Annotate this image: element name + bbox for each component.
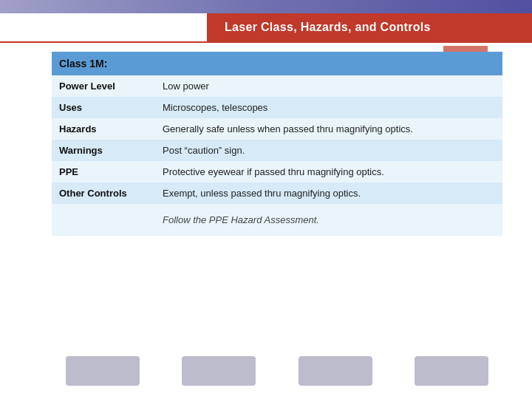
header-class-label: Class 1M: [52, 52, 155, 75]
table-row: Warnings Post “caution” sign. [52, 140, 502, 161]
row-label: Uses [52, 97, 155, 118]
note-value: Follow the PPE Hazard Assessment. [155, 204, 502, 236]
title-bar: Laser Class, Hazards, and Controls [207, 13, 532, 41]
table-note-row: Follow the PPE Hazard Assessment. [52, 204, 502, 236]
row-label: Warnings [52, 140, 155, 161]
row-label: Power Level [52, 75, 155, 97]
row-value: Exempt, unless passed thru magnifying op… [155, 183, 502, 204]
table-row: Hazards Generally safe unless when passe… [52, 118, 502, 140]
main-content: Class 1M: Power Level Low power Uses Mic… [52, 52, 502, 332]
table-row: Power Level Low power [52, 75, 502, 97]
row-value: Generally safe unless when passed thru m… [155, 118, 502, 140]
page-title: Laser Class, Hazards, and Controls [225, 21, 431, 34]
nav-button-2[interactable] [182, 356, 256, 386]
table-row: PPE Protective eyewear if passed thru ma… [52, 161, 502, 183]
row-value: Protective eyewear if passed thru magnif… [155, 161, 502, 183]
laser-info-table: Class 1M: Power Level Low power Uses Mic… [52, 52, 502, 236]
nav-button-3[interactable] [299, 356, 372, 386]
divider-line [0, 41, 532, 43]
row-value: Low power [155, 75, 502, 97]
nav-button-1[interactable] [66, 356, 140, 386]
row-value: Post “caution” sign. [155, 140, 502, 161]
table-row: Uses Microscopes, telescopes [52, 97, 502, 118]
table-row: Other Controls Exempt, unless passed thr… [52, 183, 502, 204]
nav-button-4[interactable] [415, 356, 488, 386]
table-header-row: Class 1M: [52, 52, 502, 75]
bottom-nav-buttons [52, 356, 502, 386]
note-label [52, 204, 155, 236]
row-label: PPE [52, 161, 155, 183]
header-class-value [155, 52, 502, 75]
row-label: Hazards [52, 118, 155, 140]
top-decorative-bar [0, 0, 532, 13]
row-label: Other Controls [52, 183, 155, 204]
row-value: Microscopes, telescopes [155, 97, 502, 118]
